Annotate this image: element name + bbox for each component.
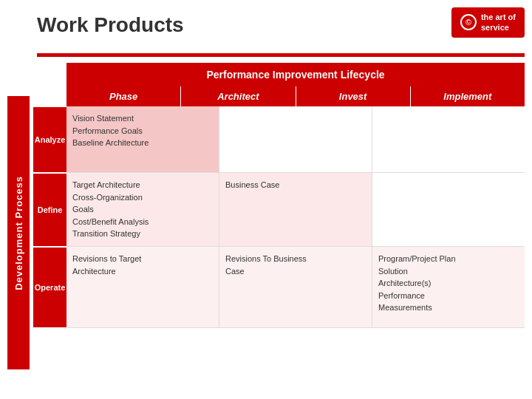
cell-define-implement: [372, 173, 525, 247]
phase-label-define: Define: [33, 173, 66, 247]
table-row: Operate Revisions to TargetArchitecture …: [33, 247, 525, 328]
table-container: Performance Improvement Lifecycle Phase …: [33, 63, 525, 384]
col-header-implement: Implement: [411, 86, 525, 106]
cell-define-architect-content: Target ArchitectureCross-OrganizationGoa…: [72, 179, 213, 240]
cell-operate-invest: Revisions To BusinessCase: [219, 247, 372, 328]
dev-process-text: Development Process: [13, 176, 24, 290]
logo-copyright: ©: [466, 18, 471, 27]
table-row: Analyze Vision StatementPerformance Goal…: [33, 106, 525, 173]
col-header-phase: Phase: [66, 86, 181, 106]
cell-operate-implement: Program/Project PlanSolutionArchitecture…: [372, 247, 525, 328]
col-header-invest: Invest: [296, 86, 411, 106]
data-rows: Analyze Vision StatementPerformance Goal…: [33, 106, 525, 328]
row-analyze-cells: Vision StatementPerformance GoalsBaselin…: [66, 106, 525, 173]
cell-operate-architect-content: Revisions to TargetArchitecture: [72, 253, 213, 277]
cell-analyze-architect: Vision StatementPerformance GoalsBaselin…: [66, 106, 219, 173]
cell-operate-implement-content: Program/Project PlanSolutionArchitecture…: [378, 253, 519, 314]
logo-icon: ©: [460, 14, 477, 30]
logo-line2: service: [481, 22, 516, 33]
row-operate-cells: Revisions to TargetArchitecture Revision…: [66, 247, 525, 328]
cell-define-architect: Target ArchitectureCross-OrganizationGoa…: [66, 173, 219, 247]
logo-line1: the art of: [481, 12, 516, 22]
phase-label-operate: Operate: [33, 247, 66, 328]
dev-process-label: Development Process: [7, 96, 30, 369]
logo-area: © the art of service: [451, 7, 525, 38]
page-title: Work Products: [37, 13, 184, 37]
phase-label-analyze: Analyze: [33, 106, 66, 173]
cell-define-invest-content: Business Case: [225, 179, 366, 191]
cell-analyze-implement: [372, 106, 525, 173]
cell-define-invest: Business Case: [219, 173, 372, 247]
cell-operate-architect: Revisions to TargetArchitecture: [66, 247, 219, 328]
table-row: Define Target ArchitectureCross-Organiza…: [33, 173, 525, 247]
lifecycle-header: Performance Improvement Lifecycle: [66, 63, 525, 86]
row-define-cells: Target ArchitectureCross-OrganizationGoa…: [66, 173, 525, 247]
cell-operate-invest-content: Revisions To BusinessCase: [225, 253, 366, 277]
column-headers: Phase Architect Invest Implement: [66, 86, 525, 106]
cell-analyze-invest: [219, 106, 372, 173]
logo-text: the art of service: [481, 12, 516, 33]
accent-bar: [37, 53, 525, 57]
cell-analyze-architect-content: Vision StatementPerformance GoalsBaselin…: [72, 112, 213, 149]
col-header-architect: Architect: [181, 86, 296, 106]
